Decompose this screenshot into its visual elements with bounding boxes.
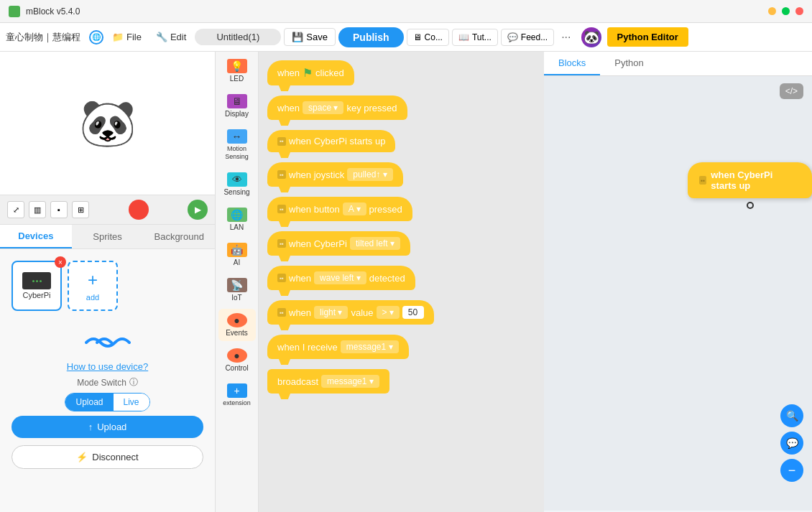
link-icon [79, 328, 137, 357]
palette-item-control[interactable]: ● Control [218, 344, 256, 376]
block-when-button[interactable]: ▪▪ when button A ▾ pressed [267, 197, 412, 221]
upload-mode-option[interactable]: Upload [65, 394, 113, 411]
block-when-tilted[interactable]: ▪▪ when CyberPi tilted left ▾ [267, 231, 410, 256]
joystick-input[interactable]: pulled↑ ▾ [347, 168, 392, 181]
palette-item-motion[interactable]: ↔ MotionSensing [218, 125, 256, 165]
button-input[interactable]: A ▾ [343, 203, 366, 215]
tilt-input[interactable]: tilted left ▾ [350, 237, 400, 250]
zoom-chat-button[interactable]: 💬 [780, 432, 803, 455]
zoom-search-button[interactable]: 🔍 [780, 404, 803, 427]
avatar[interactable]: 🐼 [581, 27, 601, 47]
tab-sprites[interactable]: Sprites [72, 225, 144, 248]
block-when-wave[interactable]: ▪▪ when wave left ▾ detected [267, 266, 415, 290]
project-name-input[interactable] [195, 29, 281, 45]
block-connector-icon: ▪▪ [277, 205, 286, 213]
canvas-content[interactable]: ▪▪ when CyberPi starts up </> 🔍 💬 − [544, 76, 812, 511]
clicked-text: clicked [315, 68, 344, 78]
tab-background[interactable]: Background [143, 225, 215, 248]
block-connector-icon: ▪▪ [277, 239, 286, 248]
extension-icon: + [227, 383, 247, 398]
mode-toggle: Upload Live [65, 393, 149, 411]
expand-view-icon[interactable]: ⤢ [7, 201, 24, 218]
block-when-joystick[interactable]: ▪▪ when joystick pulled↑ ▾ [267, 162, 403, 187]
palette-item-display[interactable]: 🖥 Display [218, 90, 256, 122]
file-menu[interactable]: 📁 File [106, 29, 147, 45]
operator-input[interactable]: > ▾ [377, 306, 400, 319]
minimize-button[interactable] [768, 7, 776, 15]
events-icon: ● [227, 313, 247, 327]
floating-block-text: when CyberPi starts up [711, 169, 801, 191]
maximize-button[interactable] [782, 7, 790, 15]
canvas-tab-bar: Blocks Python [544, 52, 812, 76]
how-to-use-link[interactable]: How to use device? [67, 361, 148, 372]
tutorial-button[interactable]: 📖 Tut... [452, 29, 498, 46]
palette-item-events[interactable]: ● Events [218, 309, 256, 341]
add-device-button[interactable]: + add [68, 261, 118, 311]
palette-item-ai[interactable]: 🤖 AI [218, 238, 256, 271]
tab-devices[interactable]: Devices [0, 225, 72, 248]
block-when-receive[interactable]: when I receive message1 ▾ [267, 335, 409, 359]
disconnect-button[interactable]: ⚡ Disconnect [11, 445, 203, 469]
cursor [747, 202, 754, 209]
save-button[interactable]: 💾 Save [284, 28, 336, 46]
blocks-workspace[interactable]: when ⚑ clicked when space ▾ key pressed … [259, 52, 544, 512]
device-leds [32, 280, 42, 282]
tab-python[interactable]: Python [600, 52, 658, 75]
flag-icon: ⚑ [303, 66, 313, 80]
wave-input[interactable]: wave left ▾ [314, 271, 366, 284]
app-icon [9, 6, 20, 17]
device-name-label: CyberPi [22, 291, 50, 299]
play-button[interactable]: ▶ [188, 200, 208, 220]
canvas-area: Blocks Python ▪▪ when CyberPi starts up … [544, 52, 812, 512]
zoom-out-button[interactable]: − [780, 459, 803, 482]
control-icon: ● [227, 348, 247, 363]
palette-item-sensing[interactable]: 👁 Sensing [218, 168, 256, 200]
blocks-palette: 💡 LED 🖥 Display ↔ MotionSensing 👁 Sensin… [216, 52, 259, 512]
block-when-flag-clicked[interactable]: when ⚑ clicked [267, 60, 354, 85]
block-when-light[interactable]: ▪▪ when light ▾ value > ▾ 50 [267, 300, 434, 325]
python-editor-button[interactable]: Python Editor [607, 27, 688, 47]
left-panel: 🐼 ⤢ ▥ ▪ ⊞ ▶ Devices Sprites Background [0, 52, 216, 512]
canvas-floating-block[interactable]: ▪▪ when CyberPi starts up [688, 162, 812, 198]
close-button[interactable] [795, 7, 803, 15]
split-view-icon[interactable]: ▥ [29, 201, 46, 218]
window-titlebar: mBlock v5.4.0 [0, 0, 812, 23]
palette-item-lan[interactable]: 🌐 LAN [218, 203, 256, 236]
blocks-column: when ⚑ clicked when space ▾ key pressed … [267, 60, 535, 399]
live-mode-option[interactable]: Live [114, 394, 149, 411]
brand: 童心制物｜慧编程 [6, 31, 80, 44]
led-dot [36, 280, 38, 282]
full-view-icon[interactable]: ▪ [50, 201, 68, 218]
extension-label: extension [223, 399, 251, 406]
device-close-button[interactable]: × [55, 256, 66, 268]
key-input[interactable]: space ▾ [303, 101, 343, 114]
block-broadcast[interactable]: broadcast message1 ▾ [267, 369, 389, 394]
grid-view-icon[interactable]: ⊞ [72, 201, 89, 218]
tab-blocks[interactable]: Blocks [544, 52, 600, 75]
display-icon: 🖥 [227, 94, 247, 108]
upload-button[interactable]: ↑ Upload [11, 416, 203, 438]
more-menu-button[interactable]: ··· [557, 28, 575, 47]
block-connector-icon: ▪▪ [277, 137, 286, 146]
code-toggle-icon[interactable]: </> [780, 83, 803, 99]
record-button[interactable] [129, 200, 149, 220]
broadcast-message-input[interactable]: message1 ▾ [321, 375, 379, 388]
edit-icon: 🔧 [156, 32, 167, 42]
light-input[interactable]: light ▾ [314, 306, 348, 319]
lan-icon: 🌐 [227, 208, 247, 222]
block-when-key-pressed[interactable]: when space ▾ key pressed [267, 96, 407, 120]
feedback-button[interactable]: 💬 Feed... [501, 29, 554, 46]
message-input[interactable]: message1 ▾ [341, 340, 399, 353]
value-input[interactable]: 50 [402, 306, 424, 319]
palette-item-led[interactable]: 💡 LED [218, 55, 256, 87]
window-controls [768, 7, 803, 15]
palette-item-extension[interactable]: + extension [218, 379, 256, 411]
block-cyberpi-starts[interactable]: ▪▪ when CyberPi starts up [267, 130, 395, 152]
globe-icon[interactable]: 🌐 [89, 30, 103, 45]
cyberpi-device-card[interactable]: × CyberPi [11, 261, 62, 311]
publish-button[interactable]: Publish [338, 27, 404, 47]
edit-menu[interactable]: 🔧 Edit [150, 29, 192, 45]
brand-text: 童心制物｜慧编程 [6, 31, 80, 44]
connect-button[interactable]: 🖥 Co... [407, 29, 449, 46]
palette-item-iot[interactable]: 📡 IoT [218, 274, 256, 306]
